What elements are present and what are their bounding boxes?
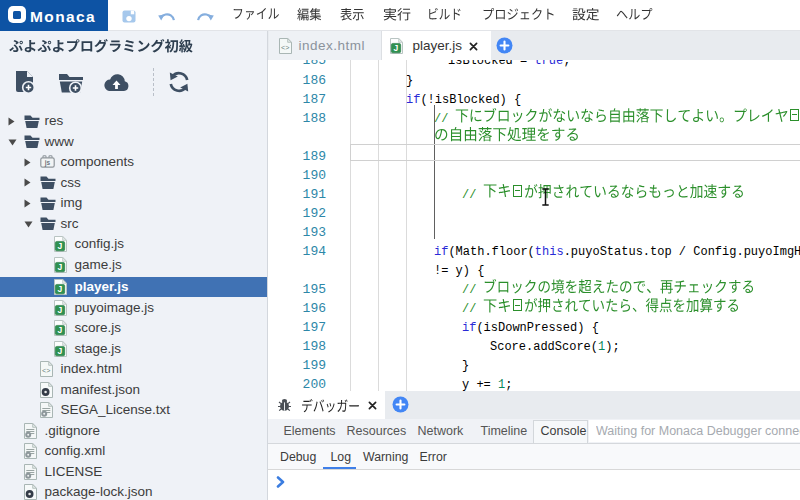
svg-text:J: J [58, 261, 63, 271]
svg-text:<>: <> [42, 367, 50, 375]
svg-text:J: J [393, 42, 398, 52]
svg-text:J: J [58, 345, 63, 355]
svg-text:<>: <> [280, 43, 288, 51]
svg-text:J: J [58, 284, 63, 294]
svg-text:js: js [44, 159, 51, 167]
svg-text:J: J [58, 304, 63, 314]
svg-text:J: J [58, 325, 63, 335]
svg-text:J: J [58, 241, 63, 251]
